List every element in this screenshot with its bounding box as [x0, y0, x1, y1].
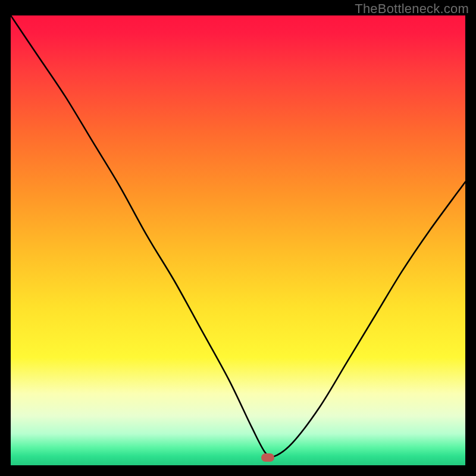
watermark-text: TheBottleneck.com — [355, 1, 469, 17]
plot-area — [11, 15, 465, 465]
chart-frame: TheBottleneck.com — [0, 0, 476, 476]
bottleneck-curve — [11, 15, 465, 465]
optimum-marker — [261, 453, 274, 462]
